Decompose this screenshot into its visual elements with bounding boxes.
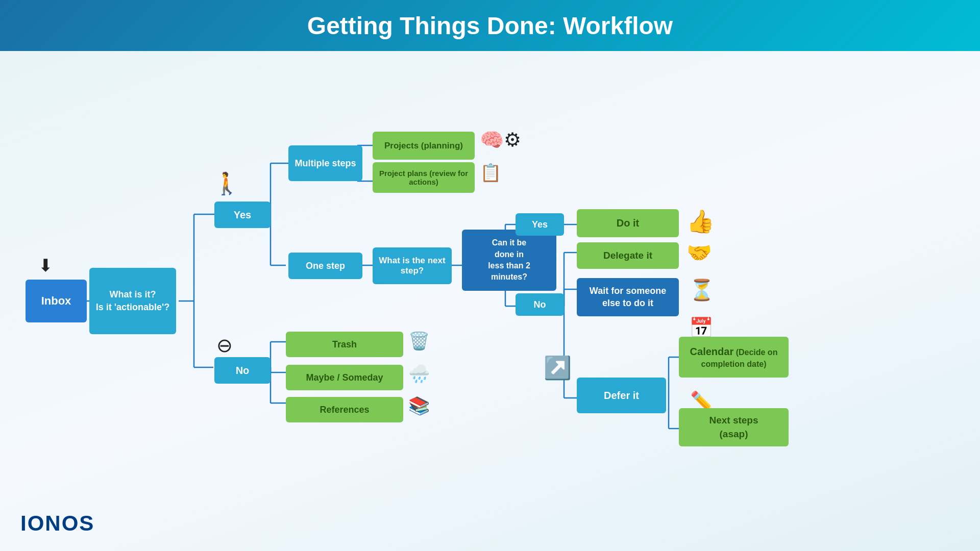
do-it-box: Do it <box>577 209 679 237</box>
delegate-it-box: Delegate it <box>577 242 679 269</box>
minus-icon: ⊖ <box>216 334 233 357</box>
person-icon: 🚶 <box>213 171 240 196</box>
trash-icon: 🗑️ <box>408 331 430 351</box>
ionos-logo: IONOS <box>20 511 94 536</box>
calendar-box: Calendar (Decide on completion date) <box>679 337 789 378</box>
books-icon: 📚 <box>408 395 430 416</box>
cloud-icon: 🌧️ <box>408 363 430 384</box>
no2-box: No <box>516 293 564 316</box>
page-title: Getting Things Done: Workflow <box>307 12 673 40</box>
hourglass-icon: ⏳ <box>689 278 715 302</box>
can-it-be-done-box: Can it be done in less than 2 minutes? <box>462 230 556 291</box>
project-plans-box: Project plans (review for actions) <box>373 162 475 193</box>
one-step-box: One step <box>288 253 362 279</box>
thumbs-up-icon: 👍 <box>687 208 715 235</box>
gear-head-icon: 🧠⚙ <box>480 129 521 151</box>
defer-it-box: Defer it <box>577 378 666 413</box>
yes2-box: Yes <box>516 213 564 236</box>
maybe-someday-box: Maybe / Someday <box>286 365 403 390</box>
calendar-small-icon: 📅 <box>689 316 713 339</box>
no-box: No <box>214 357 271 384</box>
references-box: References <box>286 397 403 422</box>
what-is-it-box: What is it? Is it 'actionable'? <box>89 268 176 334</box>
diagram: Inbox ⬇ What is it? Is it 'actionable'? … <box>0 51 980 551</box>
list-icon: 📋 <box>480 162 501 183</box>
share-icon: ↗️ <box>544 355 572 381</box>
projects-box: Projects (planning) <box>373 132 475 160</box>
header: Getting Things Done: Workflow <box>0 0 980 51</box>
inbox-box: Inbox <box>26 280 87 322</box>
multiple-steps-box: Multiple steps <box>288 145 362 181</box>
inbox-icon: ⬇ <box>38 255 53 276</box>
meeting-icon: 🤝 <box>687 241 712 265</box>
yes-box: Yes <box>214 202 271 228</box>
wait-box: Wait for someone else to do it <box>577 278 679 316</box>
what-next-step-box: What is the next step? <box>373 247 452 284</box>
trash-box: Trash <box>286 332 403 357</box>
next-steps-box: Next steps (asap) <box>679 408 789 446</box>
